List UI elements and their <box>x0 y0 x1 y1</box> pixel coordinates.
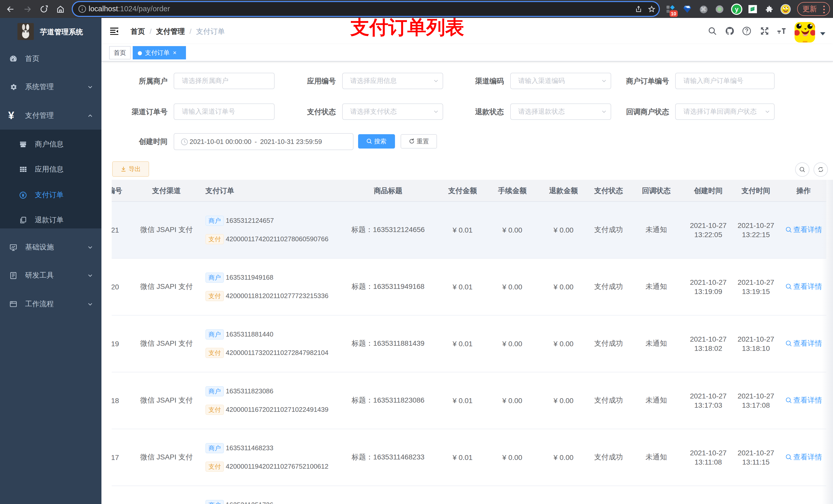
svg-text:y: y <box>735 5 738 13</box>
